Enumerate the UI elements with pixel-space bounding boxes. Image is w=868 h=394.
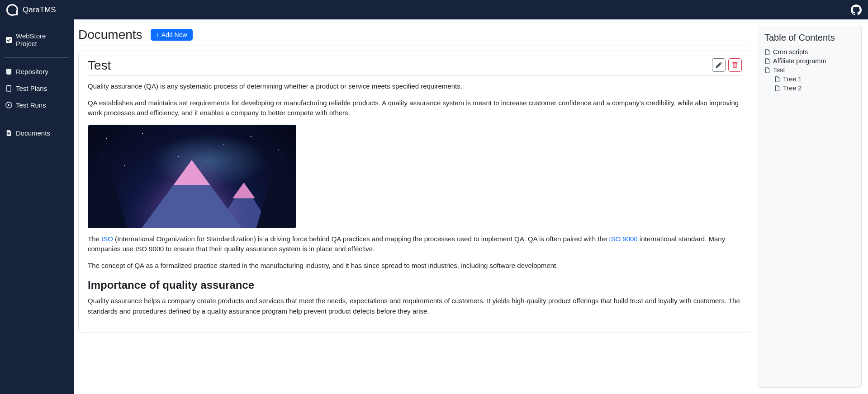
clipboard-icon bbox=[5, 85, 12, 92]
page-header: Documents + Add New bbox=[78, 26, 751, 46]
add-new-button[interactable]: + Add New bbox=[151, 29, 193, 41]
svg-rect-3 bbox=[8, 85, 10, 86]
sidebar-item-test-runs[interactable]: Test Runs bbox=[5, 97, 69, 113]
sidebar-item-repository[interactable]: Repository bbox=[5, 63, 69, 80]
doc-heading: Importance of quality assurance bbox=[88, 279, 742, 291]
file-icon bbox=[764, 58, 770, 64]
add-new-label: Add New bbox=[161, 31, 187, 38]
database-icon bbox=[5, 68, 12, 75]
toc-item[interactable]: Tree 2 bbox=[764, 84, 854, 93]
file-text-icon bbox=[5, 130, 12, 136]
sidebar-item-label: Repository bbox=[16, 68, 48, 75]
document-card: Test Quality assurance (QA) is any syste… bbox=[78, 51, 751, 333]
app-logo-icon bbox=[6, 4, 18, 16]
svg-rect-0 bbox=[6, 37, 12, 42]
sidebar-project-label: WebStore Project bbox=[16, 32, 68, 47]
page-title: Documents bbox=[78, 28, 142, 42]
toc-item[interactable]: Test bbox=[764, 66, 854, 75]
top-navbar: QaraTMS bbox=[0, 0, 868, 19]
toc-item[interactable]: Affiliate programm bbox=[764, 56, 854, 66]
link-iso9000[interactable]: ISO 9000 bbox=[609, 235, 637, 243]
toc-item-label: Tree 2 bbox=[783, 84, 802, 92]
file-icon bbox=[764, 49, 770, 55]
file-icon bbox=[774, 85, 780, 91]
sidebar-item-label: Test Runs bbox=[16, 101, 46, 109]
toc-item[interactable]: Tree 1 bbox=[764, 75, 854, 84]
link-iso[interactable]: ISO bbox=[101, 235, 113, 243]
document-body: Quality assurance (QA) is any systematic… bbox=[88, 81, 742, 316]
toc-item-label: Affiliate programm bbox=[773, 57, 826, 65]
github-icon[interactable] bbox=[851, 5, 862, 15]
sidebar-project[interactable]: WebStore Project bbox=[5, 28, 69, 52]
toc-item-label: Cron scripts bbox=[773, 48, 808, 56]
doc-paragraph: The ISO (International Organization for … bbox=[88, 234, 742, 254]
sidebar-divider bbox=[5, 119, 69, 119]
svg-rect-2 bbox=[7, 85, 11, 91]
sidebar: WebStore Project Repository Test Plans T… bbox=[0, 19, 74, 394]
delete-button[interactable] bbox=[728, 58, 742, 72]
toc-panel: Table of Contents Cron scripts Affiliate… bbox=[757, 26, 862, 388]
file-icon bbox=[774, 76, 780, 82]
edit-button[interactable] bbox=[712, 58, 726, 72]
toc-list: Cron scripts Affiliate programm Test Tre… bbox=[764, 47, 854, 93]
toc-item[interactable]: Cron scripts bbox=[764, 47, 854, 56]
sidebar-item-label: Test Plans bbox=[16, 84, 47, 92]
toc-title: Table of Contents bbox=[764, 33, 854, 43]
file-icon bbox=[764, 67, 770, 73]
doc-paragraph: Quality assurance helps a company create… bbox=[88, 296, 742, 316]
toc-item-label: Tree 1 bbox=[783, 75, 802, 83]
play-circle-icon bbox=[5, 102, 12, 108]
sidebar-item-test-plans[interactable]: Test Plans bbox=[5, 80, 69, 97]
plus-icon: + bbox=[156, 31, 160, 38]
doc-paragraph: QA establishes and maintains set require… bbox=[88, 98, 742, 118]
pencil-icon bbox=[716, 62, 722, 68]
sidebar-divider bbox=[5, 57, 69, 58]
main-content: Documents + Add New Test bbox=[74, 19, 868, 394]
app-name: QaraTMS bbox=[23, 5, 56, 14]
project-icon bbox=[5, 37, 12, 43]
brand[interactable]: QaraTMS bbox=[6, 4, 56, 16]
doc-image bbox=[88, 125, 296, 228]
toc-item-label: Test bbox=[773, 66, 785, 74]
doc-paragraph: The concept of QA as a formalized practi… bbox=[88, 261, 742, 271]
sidebar-item-label: Documents bbox=[16, 129, 50, 137]
document-title: Test bbox=[88, 58, 111, 73]
trash-icon bbox=[732, 62, 738, 68]
doc-paragraph: Quality assurance (QA) is any systematic… bbox=[88, 81, 742, 92]
sidebar-item-documents[interactable]: Documents bbox=[5, 125, 69, 141]
